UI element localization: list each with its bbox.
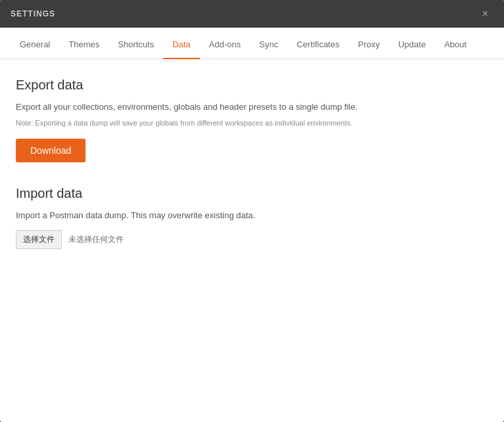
tab-themes[interactable]: Themes: [59, 32, 109, 59]
download-button[interactable]: Download: [16, 139, 86, 162]
export-note: Note: Exporting a data dump will save yo…: [16, 118, 488, 129]
export-description: Export all your collections, environment…: [16, 101, 488, 114]
settings-modal: SETTINGS × General Themes Shortcuts Data…: [0, 0, 504, 422]
tab-proxy[interactable]: Proxy: [349, 32, 389, 59]
modal-title: SETTINGS: [11, 9, 55, 18]
tab-update[interactable]: Update: [389, 32, 435, 59]
tab-data[interactable]: Data: [163, 32, 199, 59]
close-button[interactable]: ×: [477, 6, 493, 22]
file-input-wrapper: 选择文件 未选择任何文件: [16, 230, 488, 249]
tab-sync[interactable]: Sync: [250, 32, 288, 59]
export-title: Export data: [16, 78, 488, 93]
export-section: Export data Export all your collections,…: [16, 78, 488, 162]
import-title: Import data: [16, 186, 488, 201]
tab-certificates[interactable]: Certificates: [288, 32, 349, 59]
import-section: Import data Import a Postman data dump. …: [16, 186, 488, 249]
modal-header: SETTINGS ×: [0, 0, 504, 28]
tabs-bar: General Themes Shortcuts Data Add-ons Sy…: [0, 28, 504, 59]
tab-general[interactable]: General: [11, 32, 59, 59]
choose-file-button[interactable]: 选择文件: [16, 230, 62, 249]
file-name-label: 未选择任何文件: [68, 234, 124, 245]
tab-about[interactable]: About: [435, 32, 476, 59]
modal-content: Export data Export all your collections,…: [0, 59, 504, 422]
tab-shortcuts[interactable]: Shortcuts: [109, 32, 163, 59]
import-description: Import a Postman data dump. This may ove…: [16, 209, 488, 222]
tab-addons[interactable]: Add-ons: [200, 32, 250, 59]
